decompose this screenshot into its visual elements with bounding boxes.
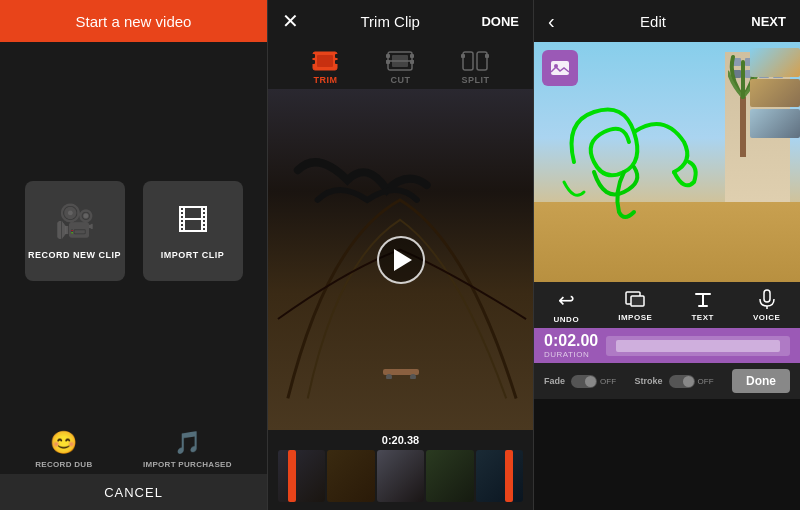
trim-handle-left[interactable] bbox=[288, 450, 296, 502]
svg-rect-15 bbox=[461, 54, 465, 58]
done-button[interactable]: Done bbox=[732, 369, 790, 393]
svg-rect-24 bbox=[631, 296, 644, 306]
svg-rect-9 bbox=[410, 54, 414, 58]
filmstrip bbox=[278, 450, 523, 502]
edit-toolbar: ↩ UNDO IMPOSE TEXT VOICE bbox=[534, 282, 800, 328]
mic-icon: 😊 bbox=[50, 430, 77, 456]
import-purchased-label: IMPORT PURCHASED bbox=[143, 460, 232, 469]
panel2-header: ✕ Trim Clip DONE bbox=[268, 0, 533, 42]
import-clip-button[interactable]: 🎞 IMPORT CLIP bbox=[143, 181, 243, 281]
fade-toggle-knob bbox=[585, 376, 596, 387]
edit-preview bbox=[534, 42, 800, 282]
cut-label: CUT bbox=[390, 75, 410, 85]
svg-rect-1 bbox=[311, 54, 315, 58]
back-icon[interactable]: ‹ bbox=[548, 10, 555, 33]
text-label: TEXT bbox=[691, 313, 713, 322]
svg-rect-7 bbox=[386, 54, 390, 58]
panel1-header: Start a new video bbox=[0, 0, 267, 42]
svg-rect-3 bbox=[335, 54, 339, 58]
thumb-item bbox=[750, 79, 800, 108]
trim-label: TRIM bbox=[313, 75, 337, 85]
camera-icon: 🎥 bbox=[55, 202, 95, 240]
split-icon bbox=[461, 50, 489, 72]
voice-label: VOICE bbox=[753, 313, 780, 322]
svg-rect-25 bbox=[764, 290, 770, 302]
close-icon[interactable]: ✕ bbox=[282, 9, 299, 33]
record-new-clip-button[interactable]: 🎥 RECORD NEW CLIP bbox=[25, 181, 125, 281]
text-icon bbox=[692, 288, 714, 310]
duration-section: 0:02.00 DURATION bbox=[534, 328, 800, 363]
trim-tools-bar: TRIM CUT SPLIT bbox=[268, 42, 533, 89]
duration-time: 0:02.00 bbox=[544, 332, 598, 350]
cancel-button[interactable]: CANCEL bbox=[0, 474, 267, 510]
graffiti-art bbox=[544, 82, 724, 242]
panel3-title: Edit bbox=[640, 13, 666, 30]
svg-rect-4 bbox=[335, 60, 339, 64]
cut-tool[interactable]: CUT bbox=[386, 50, 414, 85]
next-button[interactable]: NEXT bbox=[751, 14, 786, 29]
trim-handle-right[interactable] bbox=[505, 450, 513, 502]
record-btn-label: RECORD NEW CLIP bbox=[28, 250, 121, 260]
thumb-item bbox=[750, 109, 800, 138]
fade-label: Fade bbox=[544, 376, 565, 386]
stroke-toggle-group: Stroke OFF bbox=[635, 375, 714, 388]
fade-state: OFF bbox=[600, 377, 616, 386]
panel-start-video: Start a new video 🎥 RECORD NEW CLIP 🎞 IM… bbox=[0, 0, 267, 510]
main-btn-grid: 🎥 RECORD NEW CLIP 🎞 IMPORT CLIP bbox=[25, 181, 243, 281]
impose-tool[interactable]: IMPOSE bbox=[618, 288, 652, 324]
film-thumb-4 bbox=[426, 450, 473, 502]
duration-bar[interactable] bbox=[606, 336, 790, 356]
timecode: 0:20.38 bbox=[278, 434, 523, 450]
voice-icon bbox=[756, 288, 778, 310]
panel3-header: ‹ Edit NEXT bbox=[534, 0, 800, 42]
done-button[interactable]: DONE bbox=[481, 14, 519, 29]
cut-icon bbox=[386, 50, 414, 72]
skateboard bbox=[381, 367, 421, 379]
undo-icon: ↩ bbox=[558, 288, 575, 312]
play-button[interactable] bbox=[377, 236, 425, 284]
undo-label: UNDO bbox=[554, 315, 580, 324]
text-tool[interactable]: TEXT bbox=[691, 288, 713, 324]
fade-toggle[interactable]: OFF bbox=[571, 375, 616, 388]
impose-label: IMPOSE bbox=[618, 313, 652, 322]
panel-edit: ‹ Edit NEXT bbox=[534, 0, 800, 510]
duration-bar-fill bbox=[616, 340, 780, 352]
panel-trim-clip: ✕ Trim Clip DONE TRIM bbox=[267, 0, 534, 510]
panel1-main: 🎥 RECORD NEW CLIP 🎞 IMPORT CLIP bbox=[0, 42, 267, 420]
stroke-toggle-knob bbox=[683, 376, 694, 387]
photo-icon bbox=[549, 57, 571, 79]
svg-rect-16 bbox=[485, 54, 489, 58]
split-tool[interactable]: SPLIT bbox=[461, 50, 489, 85]
impose-icon bbox=[624, 288, 646, 310]
thumb-item bbox=[750, 48, 800, 77]
cancel-label: CANCEL bbox=[104, 485, 163, 500]
svg-rect-2 bbox=[311, 60, 315, 64]
trim-tool[interactable]: TRIM bbox=[311, 50, 339, 85]
split-label: SPLIT bbox=[461, 75, 489, 85]
video-preview bbox=[268, 89, 533, 430]
import-photo-badge[interactable] bbox=[542, 50, 578, 86]
import-purchased-button[interactable]: 🎵 IMPORT PURCHASED bbox=[143, 430, 232, 469]
duration-label: DURATION bbox=[544, 350, 598, 359]
bottom-controls: Fade OFF Stroke OFF Done bbox=[534, 363, 800, 399]
film-icon: 🎞 bbox=[177, 203, 209, 240]
stroke-toggle-track bbox=[669, 375, 695, 388]
panel1-title: Start a new video bbox=[76, 13, 192, 30]
record-dub-label: RECORD DUB bbox=[35, 460, 92, 469]
import-btn-label: IMPORT CLIP bbox=[161, 250, 225, 260]
record-dub-button[interactable]: 😊 RECORD DUB bbox=[35, 430, 92, 469]
undo-tool[interactable]: ↩ UNDO bbox=[554, 288, 580, 324]
svg-rect-21 bbox=[551, 61, 569, 75]
panel1-footer: 😊 RECORD DUB 🎵 IMPORT PURCHASED bbox=[0, 420, 267, 474]
trim-icon bbox=[311, 50, 339, 72]
film-thumb-2 bbox=[327, 450, 374, 502]
film-thumb-1 bbox=[278, 450, 325, 502]
voice-tool[interactable]: VOICE bbox=[753, 288, 780, 324]
duration-display: 0:02.00 DURATION bbox=[544, 332, 598, 359]
fade-toggle-group: Fade OFF bbox=[544, 375, 616, 388]
fade-toggle-track bbox=[571, 375, 597, 388]
film-thumb-5 bbox=[476, 450, 523, 502]
stroke-toggle[interactable]: OFF bbox=[669, 375, 714, 388]
svg-rect-5 bbox=[317, 55, 333, 67]
panel2-title: Trim Clip bbox=[361, 13, 420, 30]
